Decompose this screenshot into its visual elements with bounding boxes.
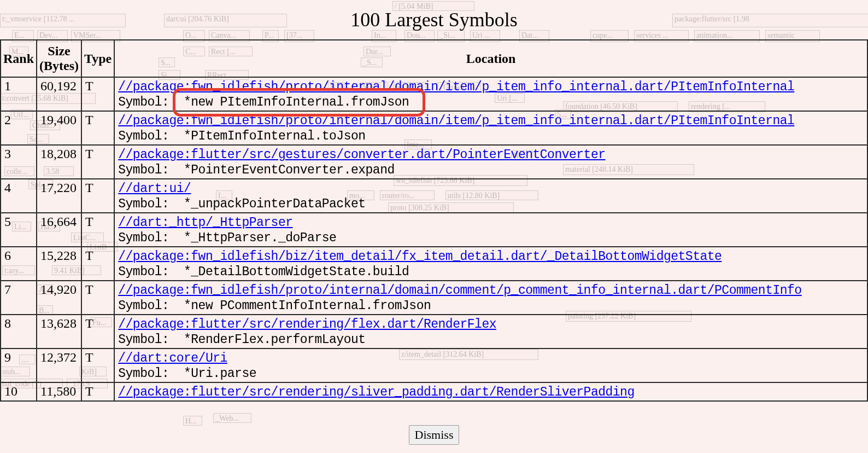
table-row: 813,628T//package:flutter/src/rendering/… <box>1 315 867 349</box>
rank-cell: 2 <box>1 111 37 145</box>
location-cell: //package:flutter/src/rendering/flex.dar… <box>114 315 867 349</box>
location-cell: //dart:_http/_HttpParserSymbol: *_HttpPa… <box>114 213 867 247</box>
col-header-type: Type <box>81 40 114 77</box>
type-cell: T <box>81 247 114 281</box>
location-link[interactable]: //dart:core/Uri <box>118 351 227 365</box>
location-cell: //package:fwn_idlefish/proto/internal/do… <box>114 281 867 315</box>
table-row: 615,228T//package:fwn_idlefish/biz/item_… <box>1 247 867 281</box>
location-cell: //package:fwn_idlefish/proto/internal/do… <box>114 77 867 111</box>
location-cell: //dart:ui/Symbol: *_unpackPointerDataPac… <box>114 179 867 213</box>
rank-cell: 7 <box>1 281 37 315</box>
location-link[interactable]: //dart:_http/_HttpParser <box>118 216 292 230</box>
dismiss-button[interactable]: Dismiss <box>409 425 460 445</box>
size-cell: 11,580 <box>37 382 81 401</box>
rank-cell: 9 <box>1 349 37 382</box>
size-cell: 17,220 <box>37 179 81 213</box>
table-row: 714,920T//package:fwn_idlefish/proto/int… <box>1 281 867 315</box>
table-row: 219,400T//package:fwn_idlefish/proto/int… <box>1 111 867 145</box>
size-cell: 19,400 <box>37 111 81 145</box>
page-title: 100 Largest Symbols <box>0 0 868 39</box>
location-cell: //package:flutter/src/gestures/converter… <box>114 145 867 179</box>
location-link[interactable]: //dart:ui/ <box>118 182 191 196</box>
location-link[interactable]: //package:flutter/src/gestures/converter… <box>118 148 605 162</box>
symbol-text: Symbol: *new PItemInfoInternal.fromJson <box>118 95 409 109</box>
rank-cell: 4 <box>1 179 37 213</box>
col-header-size: Size (Bytes) <box>37 40 81 77</box>
symbol-text: Symbol: *_unpackPointerDataPacket <box>118 197 365 211</box>
symbol-text: Symbol: *PointerEventConverter.expand <box>118 163 395 177</box>
type-cell: T <box>81 315 114 349</box>
location-link[interactable]: //package:flutter/src/rendering/sliver_p… <box>118 385 634 399</box>
location-cell: //package:flutter/src/rendering/sliver_p… <box>114 382 867 401</box>
table-row: 1011,580T//package:flutter/src/rendering… <box>1 382 867 401</box>
type-cell: T <box>81 213 114 247</box>
table-row: 160,192T//package:fwn_idlefish/proto/int… <box>1 77 867 111</box>
size-cell: 15,228 <box>37 247 81 281</box>
location-link[interactable]: //package:fwn_idlefish/biz/item_detail/f… <box>118 249 722 264</box>
size-cell: 13,628 <box>37 315 81 349</box>
symbol-text: Symbol: *Uri.parse <box>118 367 256 381</box>
rank-cell: 5 <box>1 213 37 247</box>
type-cell: T <box>81 179 114 213</box>
symbol-text: Symbol: *new PCommentInfoInternal.fromJs… <box>118 299 431 313</box>
col-header-location: Location <box>114 40 867 77</box>
size-cell: 16,664 <box>37 213 81 247</box>
type-cell: T <box>81 382 114 401</box>
table-row: 318,208T//package:flutter/src/gestures/c… <box>1 145 867 179</box>
symbol-text: Symbol: *_DetailBottomWidgetState.build <box>118 265 409 279</box>
size-cell: 18,208 <box>37 145 81 179</box>
size-cell: 60,192 <box>37 77 81 111</box>
rank-cell: 1 <box>1 77 37 111</box>
location-link[interactable]: //package:fwn_idlefish/proto/internal/do… <box>118 114 794 128</box>
location-link[interactable]: //package:flutter/src/rendering/flex.dar… <box>118 317 496 332</box>
symbol-text: Symbol: *RenderFlex.performLayout <box>118 333 365 347</box>
rank-cell: 10 <box>1 382 37 401</box>
location-cell: //package:fwn_idlefish/proto/internal/do… <box>114 111 867 145</box>
table-row: 516,664T//dart:_http/_HttpParserSymbol: … <box>1 213 867 247</box>
type-cell: T <box>81 349 114 382</box>
type-cell: T <box>81 145 114 179</box>
symbol-text: Symbol: *_HttpParser._doParse <box>118 231 336 245</box>
table-row: 912,372T//dart:core/UriSymbol: *Uri.pars… <box>1 349 867 382</box>
size-cell: 14,920 <box>37 281 81 315</box>
symbols-table: Rank Size (Bytes) Type Location 160,192T… <box>0 39 868 402</box>
location-cell: //dart:core/UriSymbol: *Uri.parse <box>114 349 867 382</box>
location-link[interactable]: //package:fwn_idlefish/proto/internal/do… <box>118 283 801 298</box>
location-cell: //package:fwn_idlefish/biz/item_detail/f… <box>114 247 867 281</box>
type-cell: T <box>81 281 114 315</box>
table-row: 417,220T//dart:ui/Symbol: *_unpackPointe… <box>1 179 867 213</box>
symbol-text: Symbol: *PItemInfoInternal.toJson <box>118 129 365 143</box>
type-cell: T <box>81 111 114 145</box>
type-cell: T <box>81 77 114 111</box>
rank-cell: 8 <box>1 315 37 349</box>
size-cell: 12,372 <box>37 349 81 382</box>
rank-cell: 3 <box>1 145 37 179</box>
col-header-rank: Rank <box>1 40 37 77</box>
location-link[interactable]: //package:fwn_idlefish/proto/internal/do… <box>118 80 794 94</box>
rank-cell: 6 <box>1 247 37 281</box>
